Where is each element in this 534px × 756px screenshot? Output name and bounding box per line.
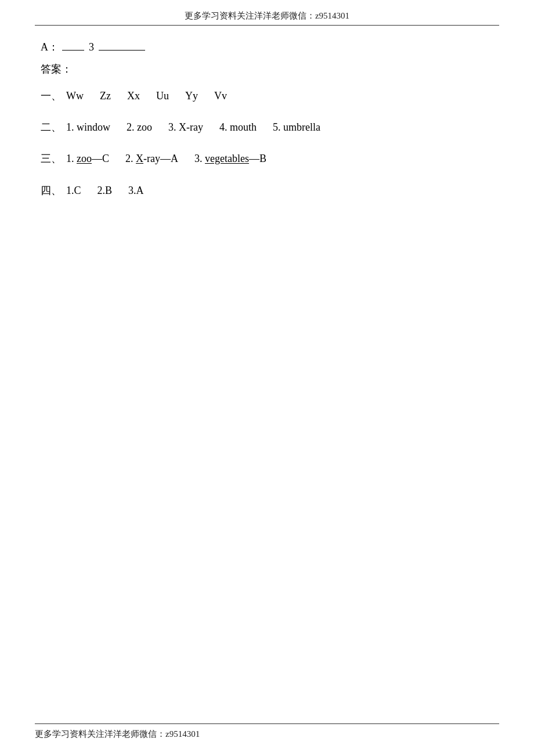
yi-item-2: Zz [100,87,111,105]
section-san-label: 三、 [41,149,62,168]
content: A： 3 答案： 一、 Ww Zz Xx Uu Yy Vv 二、 1. wind… [35,38,499,200]
section-er: 二、 1. window 2. zoo 3. X-ray 4. mouth 5.… [41,118,493,136]
section-er-label: 二、 [41,118,62,136]
san-item-3-underline: vegetables [205,153,249,164]
er-item-3: 3. X-ray [168,118,203,136]
si-item-3: 3.A [128,181,144,200]
yi-item-4: Uu [156,87,169,105]
er-item-2: 2. zoo [127,118,152,136]
san-item-3: 3. vegetables—B [194,149,266,168]
yi-item-1: Ww [66,87,84,105]
er-item-1: 1. window [66,118,110,136]
page: 更多学习资料关注洋洋老师微信：z9514301 A： 3 答案： 一、 Ww Z… [0,0,534,756]
header-text: 更多学习资料关注洋洋老师微信：z9514301 [185,11,349,20]
section-san: 三、 1. zoo—C 2. X-ray—A 3. vegetables—B [41,149,493,168]
blank-2 [99,50,145,51]
san-item-2-underline: X [136,153,143,164]
section-yi-label: 一、 [41,87,62,105]
section-a-label: A： [41,38,59,56]
section-a: A： 3 [41,38,493,56]
footer-text: 更多学习资料关注洋洋老师微信：z9514301 [35,729,200,739]
san-item-1: 1. zoo—C [66,149,109,168]
section-si-label: 四、 [41,181,62,200]
blank-1 [62,50,84,51]
yi-item-3: Xx [127,87,140,105]
si-item-2: 2.B [98,181,113,200]
section-a-number: 3 [85,38,98,56]
yi-item-5: Yy [185,87,198,105]
answer-label: 答案： [41,62,493,76]
section-yi: 一、 Ww Zz Xx Uu Yy Vv [41,87,493,105]
yi-item-6: Vv [214,87,227,105]
san-item-1-underline: zoo [77,153,92,164]
er-item-4: 4. mouth [219,118,257,136]
section-si: 四、 1.C 2.B 3.A [41,181,493,200]
er-item-5: 5. umbrella [273,118,320,136]
si-item-1: 1.C [66,181,81,200]
san-item-2: 2. X-ray—A [125,149,178,168]
header: 更多学习资料关注洋洋老师微信：z9514301 [35,0,499,26]
footer: 更多学习资料关注洋洋老师微信：z9514301 [35,723,499,740]
